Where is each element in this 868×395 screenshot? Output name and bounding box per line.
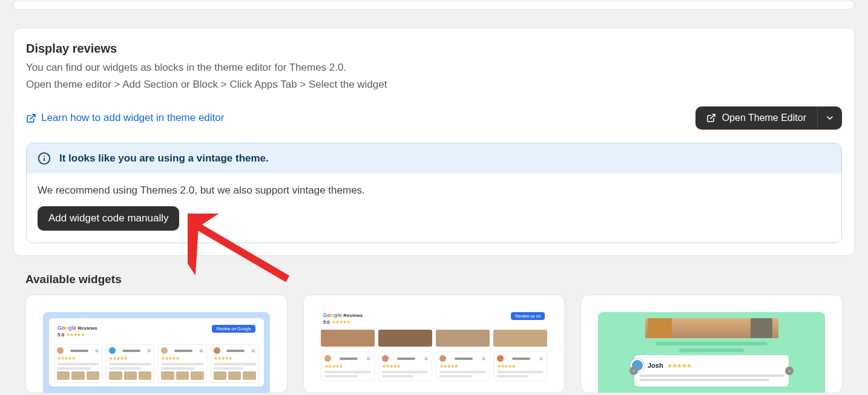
open-theme-editor-dropdown[interactable] [817,106,842,129]
info-icon [38,152,51,165]
alert-body-text: We recommend using Themes 2.0, but we al… [38,184,830,197]
review-us-button: Review on Google [212,325,255,333]
reviewer-name: Josh [648,362,663,369]
svg-line-1 [710,114,714,119]
add-widget-manually-label: Add widget code manually [48,212,168,224]
open-theme-editor-label: Open Theme Editor [722,113,806,123]
widget-card-3[interactable]: ‹ › Josh ★★★★★ [580,295,843,393]
section-subtitle-2: Open theme editor > Add Section or Block… [26,76,842,93]
external-link-icon [706,113,716,123]
widget-preview: Google Reviews 5.0★★★★★ Review us on G★★… [321,312,548,393]
vintage-theme-alert: It looks like you are using a vintage th… [26,143,842,243]
external-link-icon [26,113,36,123]
stars-icon: ★★★★★ [332,319,350,325]
stars-icon: ★★★★★ [667,362,691,369]
alert-header: It looks like you are using a vintage th… [27,143,841,174]
score-label: 5.0 [323,319,330,325]
stars-icon: ★★★★★ [497,364,544,369]
widget-preview: Google Reviews 5.0★★★★★ Review on Google… [43,312,270,393]
stars-icon: ★★★★★ [324,364,371,369]
stars-icon: ★★★★★ [382,364,429,369]
learn-link-label: Learn how to add widget in theme editor [41,112,224,124]
stars-icon: ★★★★★ [161,356,203,361]
section-title: Display reviews [26,42,842,56]
alert-body: We recommend using Themes 2.0, but we al… [27,174,841,243]
carousel-next-icon: › [785,367,794,375]
actions-row: Learn how to add widget in theme editor … [26,106,842,129]
reviews-word: Reviews [78,325,97,331]
section-subtitle-1: You can find our widgets as blocks in th… [26,59,842,76]
widgets-row: Google Reviews 5.0★★★★★ Review on Google… [13,295,855,393]
widget-preview: ‹ › Josh ★★★★★ [598,312,825,393]
previous-card-edge [13,0,855,10]
chevron-down-icon [825,113,835,123]
review-us-button: Review us on [511,312,545,320]
stars-icon: ★★★★★ [109,356,151,361]
google-logo: Google Reviews [323,312,363,318]
score-label: 5.0 [58,332,64,338]
svg-line-0 [30,114,35,119]
open-theme-editor-group: Open Theme Editor [695,106,842,129]
widget-card-2[interactable]: Google Reviews 5.0★★★★★ Review us on G★★… [303,295,565,393]
stars-icon: ★★★★★ [66,332,84,338]
add-widget-manually-button[interactable]: Add widget code manually [38,206,179,230]
available-widgets-heading: Available widgets [13,256,855,295]
display-reviews-card: Display reviews You can find our widgets… [13,28,855,256]
stars-icon: ★★★★★ [214,356,256,361]
alert-title: It looks like you are using a vintage th… [59,152,269,165]
widget-card-1[interactable]: Google Reviews 5.0★★★★★ Review on Google… [25,295,288,393]
open-theme-editor-button[interactable]: Open Theme Editor [695,106,817,129]
stars-icon: ★★★★★ [439,364,486,369]
learn-link[interactable]: Learn how to add widget in theme editor [26,112,224,124]
stars-icon: ★★★★★ [57,356,99,361]
carousel-prev-icon: ‹ [630,367,638,375]
reviews-word: Reviews [343,313,363,318]
google-logo: Google Reviews [58,325,97,331]
